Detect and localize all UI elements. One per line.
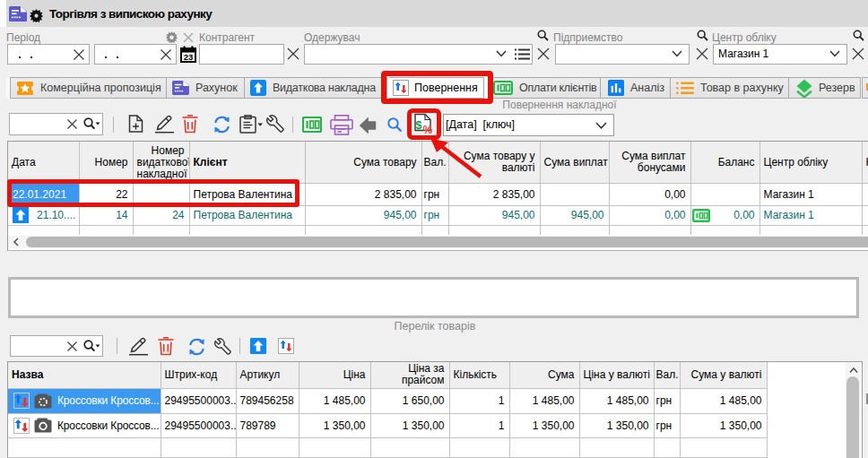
svg-text:23: 23	[184, 52, 194, 62]
